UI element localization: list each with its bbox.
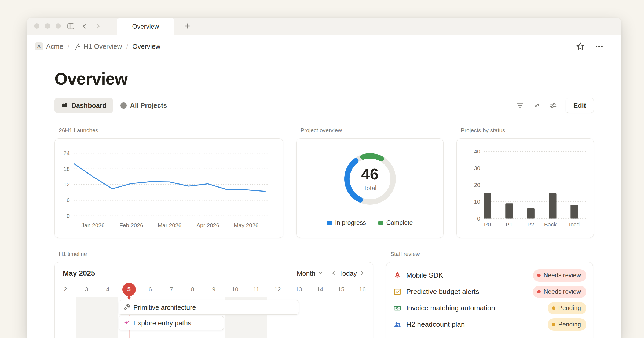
project-overview-card: 46 Total In progressComplete: [296, 138, 444, 238]
filter-icon[interactable]: [516, 102, 524, 109]
svg-text:24: 24: [64, 150, 70, 156]
staff-item-label: Mobile SDK: [406, 271, 529, 280]
staff-item-label: Invoice matching automation: [406, 304, 543, 312]
timeline-day-10[interactable]: 10: [225, 286, 246, 293]
status-badge[interactable]: Needs review: [533, 286, 586, 298]
breadcrumb-workspace[interactable]: Acme: [46, 43, 63, 50]
timeline-event[interactable]: Explore entry paths: [119, 316, 224, 330]
more-options-icon[interactable]: [595, 42, 604, 51]
zoom-window-button[interactable]: [56, 23, 61, 29]
edit-button[interactable]: Edit: [566, 98, 594, 113]
timeline-day-9[interactable]: 9: [203, 286, 224, 293]
project-donut-chart: 46 Total: [341, 149, 400, 208]
timeline-day-3[interactable]: 3: [76, 286, 97, 293]
timeline-day-16[interactable]: 16: [352, 286, 373, 293]
timeline-event[interactable]: Primitive architecture: [119, 300, 299, 315]
svg-text:40: 40: [474, 148, 480, 155]
people-icon: [393, 321, 402, 329]
staff-row[interactable]: Invoice matching automationPending: [393, 300, 586, 316]
minimize-window-button[interactable]: [45, 23, 50, 29]
status-label: Needs review: [544, 272, 581, 279]
svg-text:Jan 2026: Jan 2026: [82, 222, 105, 228]
status-dot: [552, 323, 555, 326]
tab-label: Overview: [132, 23, 159, 30]
donut-total-value: 46: [361, 166, 379, 182]
new-tab-icon[interactable]: [184, 23, 191, 31]
timeline-view-select[interactable]: Month: [297, 270, 323, 277]
status-badge[interactable]: Needs review: [533, 269, 586, 282]
staff-item-label: Predictive budget alerts: [406, 288, 529, 296]
status-badge[interactable]: Pending: [548, 302, 586, 314]
timeline-day-15[interactable]: 15: [331, 286, 352, 293]
legend-item: In progress: [327, 219, 366, 226]
timeline-day-13[interactable]: 13: [288, 286, 309, 293]
back-icon[interactable]: [81, 23, 88, 30]
legend-label: In progress: [335, 219, 366, 226]
page-title: Overview: [54, 70, 594, 87]
legend-label: Complete: [386, 219, 413, 226]
chevron-down-icon: [317, 270, 323, 277]
status-badge[interactable]: Pending: [548, 318, 586, 331]
timeline-card: May 2025 Month: [54, 262, 373, 338]
timeline-day-7[interactable]: 7: [161, 286, 182, 293]
tab-dashboard[interactable]: Dashboard: [54, 98, 113, 113]
window-titlebar: Overview: [27, 18, 621, 35]
weekend-shading: [97, 297, 118, 338]
favorite-star-icon[interactable]: [576, 42, 585, 51]
svg-text:18: 18: [64, 166, 70, 172]
staff-row[interactable]: Predictive budget alertsNeeds review: [393, 284, 586, 300]
forward-icon[interactable]: [94, 23, 101, 30]
launches-card: 06121824Jan 2026Feb 2026Mar 2026Apr 2026…: [54, 138, 283, 238]
legend-swatch: [378, 221, 383, 225]
svg-text:P2: P2: [527, 222, 534, 228]
svg-text:20: 20: [474, 182, 480, 188]
breadcrumb-parent-label: H1 Overview: [84, 43, 122, 50]
status-bar-chart: 010203040P0P1P2Back...Iced: [457, 139, 594, 238]
breadcrumb: A Acme / H1 Overview / Overview: [27, 35, 621, 58]
close-window-button[interactable]: [34, 23, 39, 29]
expand-icon[interactable]: [533, 102, 540, 109]
timeline-day-4[interactable]: 4: [97, 286, 118, 293]
weekend-shading: [76, 297, 97, 338]
settings-sliders-icon[interactable]: [550, 102, 557, 109]
window-controls[interactable]: [34, 23, 61, 29]
timeline-day-12[interactable]: 12: [267, 286, 288, 293]
svg-text:0: 0: [477, 215, 480, 222]
timeline-day-11[interactable]: 11: [246, 286, 267, 293]
timeline-today-button[interactable]: Today: [339, 270, 357, 277]
wrench-icon: [123, 304, 130, 311]
status-label: Pending: [558, 304, 581, 312]
svg-text:12: 12: [64, 181, 70, 188]
today-marker-dot: [127, 296, 130, 299]
tab-all-projects[interactable]: All Projects: [120, 102, 167, 109]
timeline-day-5[interactable]: 5: [118, 283, 140, 296]
banknote-icon: [393, 304, 402, 312]
timeline-day-6[interactable]: 6: [140, 286, 161, 293]
timeline-day-8[interactable]: 8: [182, 286, 203, 293]
by-status-card-title: Projects by status: [461, 127, 594, 134]
timeline-day-14[interactable]: 14: [309, 286, 331, 293]
staff-row[interactable]: Mobile SDKNeeds review: [393, 267, 586, 284]
timeline-grid: Primitive architectureExplore entry path…: [55, 297, 373, 338]
timeline-days-row: 2345678910111213141516: [55, 282, 373, 296]
breadcrumb-current[interactable]: Overview: [132, 43, 160, 50]
combo-chart-icon: [61, 101, 68, 110]
staff-card-title: Staff review: [390, 251, 593, 257]
timeline-selected-day: 5: [122, 283, 136, 296]
circle-icon: [120, 102, 127, 109]
timeline-next-icon[interactable]: [358, 270, 365, 278]
donut-legend: In progressComplete: [297, 219, 443, 226]
svg-text:May 2026: May 2026: [234, 222, 258, 228]
svg-text:Mar 2026: Mar 2026: [158, 222, 181, 228]
timeline-prev-icon[interactable]: [330, 270, 337, 278]
staff-row[interactable]: H2 headcount planPending: [393, 316, 586, 333]
svg-text:Back...: Back...: [544, 222, 561, 228]
breadcrumb-parent[interactable]: H1 Overview: [74, 43, 122, 50]
sidebar-toggle-icon[interactable]: [67, 23, 75, 30]
staff-item-label: H2 headcount plan: [406, 320, 543, 329]
timeline-day-2[interactable]: 2: [55, 286, 76, 293]
tab-overview[interactable]: Overview: [117, 18, 174, 35]
timeline-view-value: Month: [297, 270, 315, 277]
workspace-avatar[interactable]: A: [35, 42, 43, 50]
status-dot: [552, 306, 555, 310]
